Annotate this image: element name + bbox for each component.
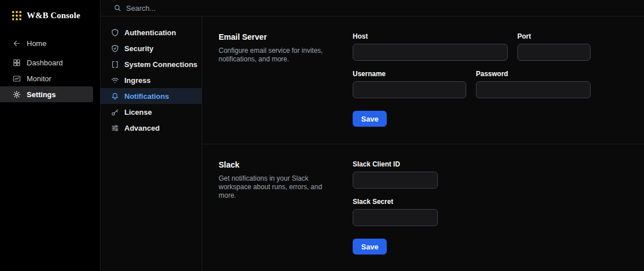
section-info: Email Server Configure email service for… xyxy=(219,32,353,144)
main-sidebar: W&B Console Home Dashboard Monitor xyxy=(0,0,101,271)
bell-icon xyxy=(111,92,119,101)
brand: W&B Console xyxy=(0,0,100,21)
section-info: Slack Get notifications in your Slack wo… xyxy=(219,160,353,255)
slack-secret-label: Slack Secret xyxy=(353,198,438,206)
settings-nav-item-system-connections[interactable]: System Connections xyxy=(101,56,202,72)
main-nav: Home Dashboard Monitor Settings xyxy=(0,35,100,102)
password-label: Password xyxy=(476,70,591,78)
slack-secret-input[interactable] xyxy=(353,209,438,226)
key-icon xyxy=(111,108,119,116)
form-row: Host Port xyxy=(353,32,591,61)
email-save-button[interactable]: Save xyxy=(353,111,387,127)
settings-nav-label: Ingress xyxy=(124,76,150,85)
section-description: Configure email service for invites, not… xyxy=(219,47,338,64)
app-title: W&B Console xyxy=(27,11,80,20)
shield-check-icon xyxy=(111,44,119,53)
sidebar-item-dashboard[interactable]: Dashboard xyxy=(0,55,100,70)
sidebar-item-label: Monitor xyxy=(27,74,51,83)
settings-nav-label: Advanced xyxy=(124,124,160,132)
gear-icon xyxy=(12,90,21,99)
settings-content: Email Server Configure email service for… xyxy=(202,16,644,271)
port-input[interactable] xyxy=(517,44,591,61)
port-field: Port xyxy=(517,32,591,61)
settings-nav: Authentication Security System Connectio… xyxy=(101,16,202,271)
sliders-icon xyxy=(111,124,119,132)
settings-nav-item-license[interactable]: License xyxy=(101,104,202,120)
slack-save-button[interactable]: Save xyxy=(353,239,387,255)
host-label: Host xyxy=(353,32,508,40)
settings-nav-label: Authentication xyxy=(124,28,176,37)
arrow-left-icon xyxy=(12,39,21,48)
sidebar-item-label: Home xyxy=(27,39,47,48)
sidebar-item-label: Dashboard xyxy=(27,59,63,67)
sidebar-item-monitor[interactable]: Monitor xyxy=(0,70,100,86)
slack-secret-field: Slack Secret xyxy=(353,198,438,226)
shield-icon xyxy=(111,28,119,37)
slack-form: Slack Client ID Slack Secret Save xyxy=(353,160,438,255)
settings-nav-label: Notifications xyxy=(124,92,169,101)
topbar xyxy=(101,0,644,16)
password-input[interactable] xyxy=(476,81,591,98)
section-title: Email Server xyxy=(219,32,338,41)
settings-nav-item-security[interactable]: Security xyxy=(101,40,202,56)
slack-client-id-label: Slack Client ID xyxy=(353,160,438,168)
email-server-section: Email Server Configure email service for… xyxy=(202,16,644,144)
sidebar-item-label: Settings xyxy=(27,90,56,99)
form-row: Username Password xyxy=(353,70,591,98)
settings-nav-label: Security xyxy=(124,44,153,53)
app-root: W&B Console Home Dashboard Monitor xyxy=(0,0,644,271)
settings-nav-item-ingress[interactable]: Ingress xyxy=(101,72,202,88)
settings-nav-item-notifications[interactable]: Notifications xyxy=(101,88,202,104)
search-icon xyxy=(114,4,122,12)
slack-client-id-field: Slack Client ID xyxy=(353,160,438,189)
username-field: Username xyxy=(353,70,466,98)
form-row: Slack Secret xyxy=(353,198,438,226)
slack-client-id-input[interactable] xyxy=(353,172,438,189)
username-label: Username xyxy=(353,70,466,78)
sidebar-item-settings[interactable]: Settings xyxy=(0,86,93,102)
port-label: Port xyxy=(517,32,591,40)
settings-nav-item-authentication[interactable]: Authentication xyxy=(101,24,202,40)
section-title: Slack xyxy=(219,160,338,169)
sidebar-item-home[interactable]: Home xyxy=(0,35,100,51)
host-input[interactable] xyxy=(353,44,508,61)
wifi-icon xyxy=(111,76,119,85)
host-field: Host xyxy=(353,32,508,61)
email-server-form: Host Port Username Password xyxy=(353,32,591,144)
settings-nav-item-advanced[interactable]: Advanced xyxy=(101,120,202,136)
wandb-logo-icon xyxy=(11,10,22,21)
form-row: Slack Client ID xyxy=(353,160,438,189)
grid-icon xyxy=(12,59,21,67)
settings-nav-label: System Connections xyxy=(124,60,198,69)
slack-section: Slack Get notifications in your Slack wo… xyxy=(202,144,644,255)
brackets-icon xyxy=(111,60,119,69)
monitor-chart-icon xyxy=(12,74,21,83)
username-input[interactable] xyxy=(353,81,466,98)
search-input[interactable] xyxy=(126,4,308,12)
password-field: Password xyxy=(476,70,591,98)
settings-nav-label: License xyxy=(124,108,152,116)
section-description: Get notifications in your Slack workspac… xyxy=(219,174,338,200)
